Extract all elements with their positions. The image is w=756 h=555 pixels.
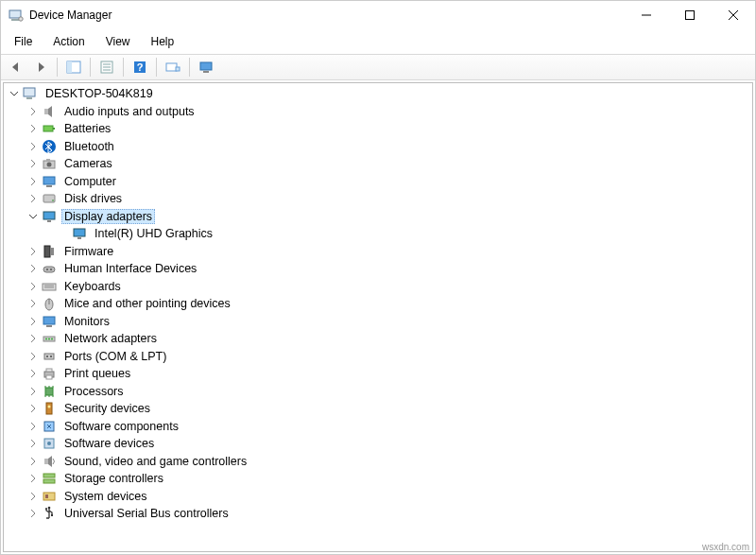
tree-root[interactable]: DESKTOP-504K819 xyxy=(4,85,752,103)
svg-text:?: ? xyxy=(137,61,144,73)
devices-button[interactable] xyxy=(195,57,217,78)
expand-icon[interactable] xyxy=(26,402,40,415)
tree-item[interactable]: Firmware xyxy=(4,243,752,261)
collapse-icon[interactable] xyxy=(8,87,21,100)
tree-item-label: Print queues xyxy=(61,367,133,380)
menu-action[interactable]: Action xyxy=(43,31,94,52)
tree-item[interactable]: Software components xyxy=(4,418,752,436)
swcomp-icon xyxy=(42,419,57,434)
battery-icon xyxy=(42,121,57,136)
expand-icon[interactable] xyxy=(26,490,40,503)
svg-rect-34 xyxy=(74,229,85,236)
tree-item[interactable]: Batteries xyxy=(4,120,752,138)
tree-item-label: Network adapters xyxy=(61,332,160,345)
menu-view[interactable]: View xyxy=(96,31,140,52)
tree-item-label: Keyboards xyxy=(61,280,124,293)
expand-icon[interactable] xyxy=(26,297,40,310)
menu-help[interactable]: Help xyxy=(142,31,184,52)
tree-item[interactable]: Storage controllers xyxy=(4,470,752,488)
tree-item[interactable]: Display adapters xyxy=(4,208,752,226)
expand-icon[interactable] xyxy=(26,280,40,293)
forward-button[interactable] xyxy=(29,57,52,78)
expand-icon[interactable] xyxy=(26,507,40,520)
toolbar-separator xyxy=(90,58,91,77)
tree-item[interactable]: Computer xyxy=(4,173,752,191)
tree-item[interactable]: Audio inputs and outputs xyxy=(4,103,752,121)
tree-item[interactable]: Security devices xyxy=(4,400,752,418)
svg-rect-18 xyxy=(203,71,209,73)
svg-point-51 xyxy=(51,338,53,340)
svg-rect-71 xyxy=(43,474,55,477)
svg-rect-20 xyxy=(26,97,32,99)
tree-item[interactable]: Disk drives xyxy=(4,190,752,208)
tree-item[interactable]: Human Interface Devices xyxy=(4,260,752,278)
tree-root-label: DESKTOP-504K819 xyxy=(43,87,156,100)
tree-item[interactable]: Ports (COM & LPT) xyxy=(4,348,752,366)
expand-icon[interactable] xyxy=(26,332,40,345)
expand-icon[interactable] xyxy=(26,140,40,153)
expand-icon[interactable] xyxy=(26,385,40,398)
svg-point-2 xyxy=(19,17,23,21)
help-button[interactable]: ? xyxy=(129,57,151,78)
svg-rect-38 xyxy=(43,267,55,272)
device-tree[interactable]: DESKTOP-504K819 Audio inputs and outputs… xyxy=(3,82,753,552)
tree-item[interactable]: Network adapters xyxy=(4,330,752,348)
expand-icon[interactable] xyxy=(26,192,40,205)
tree-item-label: Ports (COM & LPT) xyxy=(61,350,169,363)
expand-icon[interactable] xyxy=(26,245,40,258)
expand-icon[interactable] xyxy=(26,122,40,135)
bluetooth-icon xyxy=(42,139,57,154)
tree-item[interactable]: Processors xyxy=(4,383,752,401)
swdev-icon xyxy=(42,436,57,451)
tree-item[interactable]: Sound, video and game controllers xyxy=(4,453,752,471)
expand-icon[interactable] xyxy=(26,262,40,275)
toolbar: ? xyxy=(1,54,755,80)
svg-rect-8 xyxy=(67,61,72,73)
maximize-button[interactable] xyxy=(668,1,712,29)
show-hide-console-tree-button[interactable] xyxy=(62,57,85,78)
tree-item[interactable]: Universal Serial Bus controllers xyxy=(4,505,752,523)
scan-hardware-button[interactable] xyxy=(162,57,184,78)
tree-item-label: Computer xyxy=(61,175,119,188)
tree-item[interactable]: Cameras xyxy=(4,155,752,173)
expand-icon[interactable] xyxy=(26,175,40,188)
expand-icon[interactable] xyxy=(26,315,40,328)
tree-item-label: Human Interface Devices xyxy=(61,262,199,275)
expand-icon[interactable] xyxy=(26,350,40,363)
tree-item[interactable]: System devices xyxy=(4,488,752,506)
tree-item[interactable]: Intel(R) UHD Graphics xyxy=(4,225,752,243)
tree-item[interactable]: Bluetooth xyxy=(4,138,752,156)
svg-rect-23 xyxy=(53,128,55,130)
back-button[interactable] xyxy=(5,57,27,78)
expand-icon[interactable] xyxy=(26,367,40,380)
svg-point-66 xyxy=(48,406,51,408)
tree-item[interactable]: Monitors xyxy=(4,313,752,331)
svg-point-69 xyxy=(47,442,51,445)
properties-button[interactable] xyxy=(95,57,118,78)
tree-item[interactable]: Software devices xyxy=(4,435,752,453)
svg-rect-53 xyxy=(46,356,48,357)
device-manager-window: Device Manager File Action View Help ? xyxy=(0,0,756,555)
toolbar-separator xyxy=(156,58,157,77)
tree-item-label: Software devices xyxy=(61,437,157,450)
expand-icon[interactable] xyxy=(26,472,40,485)
minimize-button[interactable] xyxy=(625,1,668,29)
tree-item-label: Audio inputs and outputs xyxy=(61,105,198,118)
tree-item-label: Display adapters xyxy=(61,209,155,224)
expand-icon[interactable] xyxy=(26,455,40,468)
collapse-icon[interactable] xyxy=(26,210,40,223)
svg-rect-4 xyxy=(686,11,695,20)
expand-icon[interactable] xyxy=(26,437,40,450)
tree-item[interactable]: Print queues xyxy=(4,365,752,383)
menu-file[interactable]: File xyxy=(5,31,42,52)
svg-point-31 xyxy=(52,199,54,201)
close-button[interactable] xyxy=(712,1,755,29)
tree-item[interactable]: Keyboards xyxy=(4,278,752,296)
tree-item[interactable]: Mice and other pointing devices xyxy=(4,295,752,313)
expand-icon[interactable] xyxy=(26,157,40,170)
expand-icon[interactable] xyxy=(26,105,40,118)
svg-rect-22 xyxy=(43,126,53,131)
svg-rect-76 xyxy=(51,514,53,516)
computer-icon xyxy=(42,174,57,189)
expand-icon[interactable] xyxy=(26,420,40,433)
